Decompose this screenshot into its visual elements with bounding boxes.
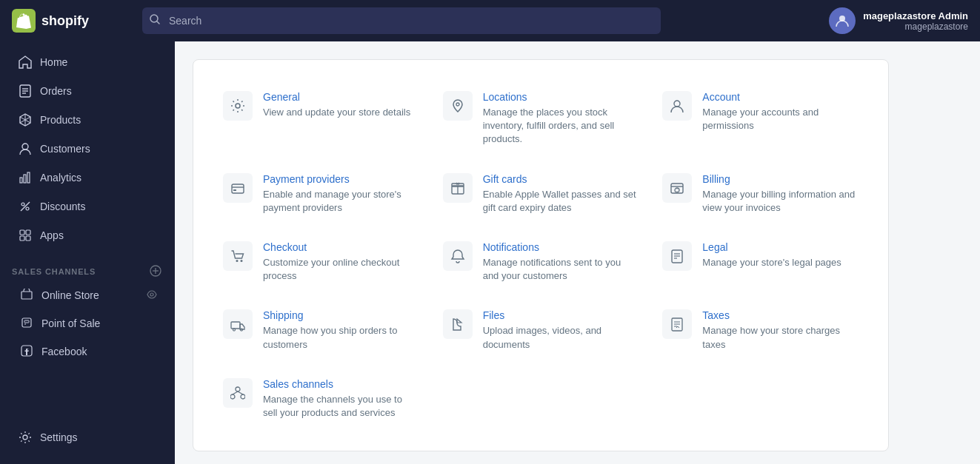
gift-cards-icon	[443, 173, 473, 203]
settings-item-desc-locations: Manage the places you stock inventory, f…	[483, 106, 639, 147]
settings-item-title-account: Account	[702, 91, 859, 103]
settings-item-text-account: AccountManage your accounts and permissi…	[702, 91, 859, 132]
settings-item-text-locations: LocationsManage the places you stock inv…	[483, 91, 639, 147]
settings-item-text-sales-channels: Sales channelsManage the channels you us…	[263, 378, 419, 420]
svg-point-21	[150, 293, 153, 296]
settings-icon	[18, 430, 33, 445]
sidebar-item-analytics[interactable]: Analytics	[6, 164, 169, 192]
locations-icon	[443, 91, 473, 121]
svg-rect-16	[26, 236, 30, 241]
account-icon	[662, 91, 692, 121]
settings-item-text-billing: BillingManage your billing information a…	[702, 173, 859, 215]
settings-item-title-general: General	[263, 91, 410, 103]
sidebar-item-point-of-sale[interactable]: Point of Sale	[6, 310, 169, 337]
sidebar-item-settings[interactable]: Settings	[6, 423, 169, 451]
svg-rect-13	[20, 230, 24, 235]
settings-item-desc-legal: Manage your store's legal pages	[702, 256, 841, 269]
settings-item-text-legal: LegalManage your store's legal pages	[702, 241, 841, 269]
settings-item-text-files: FilesUpload images, videos, and document…	[483, 309, 639, 351]
svg-point-40	[241, 260, 243, 262]
customers-icon	[18, 141, 33, 156]
sidebar: Home Orders	[0, 41, 175, 464]
svg-rect-30	[232, 184, 244, 193]
settings-item-locations[interactable]: LocationsManage the places you stock inv…	[431, 78, 651, 160]
settings-item-text-taxes: TaxesManage how your store charges taxes	[702, 309, 859, 351]
pos-icon	[21, 317, 34, 330]
settings-item-checkout[interactable]: CheckoutCustomize your online checkout p…	[211, 228, 431, 296]
search-input[interactable]	[142, 7, 661, 34]
svg-rect-9	[27, 172, 30, 183]
sidebar-item-orders[interactable]: Orders	[6, 77, 169, 105]
sidebar-item-customers[interactable]: Customers	[6, 135, 169, 163]
svg-point-54	[241, 394, 245, 399]
sidebar-label-online-store: Online Store	[41, 289, 99, 301]
products-icon	[18, 112, 33, 127]
settings-item-desc-checkout: Customize your online checkout process	[263, 256, 419, 283]
settings-item-taxes[interactable]: TaxesManage how your store charges taxes	[650, 296, 870, 364]
analytics-icon	[18, 170, 33, 185]
settings-item-text-general: GeneralView and update your store detail…	[263, 91, 410, 119]
settings-item-notifications[interactable]: NotificationsManage notifications sent t…	[431, 228, 651, 296]
sidebar-item-home[interactable]: Home	[6, 48, 169, 76]
shopify-logo-icon	[12, 9, 36, 33]
eye-icon[interactable]	[147, 289, 157, 302]
general-icon	[223, 91, 253, 121]
settings-item-gift-cards[interactable]: Gift cardsEnable Apple Wallet passes and…	[431, 160, 651, 228]
settings-item-desc-notifications: Manage notifications sent to you and you…	[483, 256, 639, 283]
settings-item-desc-payment-providers: Enable and manage your store's payment p…	[263, 188, 419, 215]
sidebar-label-apps: Apps	[40, 229, 64, 241]
sidebar-item-products[interactable]: Products	[6, 106, 169, 134]
settings-item-general[interactable]: GeneralView and update your store detail…	[211, 78, 431, 160]
svg-rect-45	[231, 322, 240, 329]
sidebar-label-analytics: Analytics	[40, 172, 81, 184]
search-bar[interactable]	[142, 7, 661, 34]
add-sales-channel-icon[interactable]	[150, 265, 163, 278]
settings-item-billing[interactable]: BillingManage your billing information a…	[650, 160, 870, 228]
settings-item-account[interactable]: AccountManage your accounts and permissi…	[650, 78, 870, 160]
settings-item-desc-account: Manage your accounts and permissions	[702, 106, 859, 132]
settings-item-title-payment-providers: Payment providers	[263, 173, 419, 185]
settings-item-desc-gift-cards: Enable Apple Wallet passes and set gift …	[483, 188, 639, 215]
settings-item-title-locations: Locations	[483, 91, 639, 103]
search-icon	[150, 14, 160, 27]
sidebar-label-customers: Customers	[40, 143, 90, 155]
settings-item-text-gift-cards: Gift cardsEnable Apple Wallet passes and…	[483, 173, 639, 215]
svg-rect-14	[26, 230, 30, 235]
svg-point-10	[21, 203, 24, 206]
top-navigation: shopify mageplazastore Admin mageplazast…	[0, 0, 980, 41]
settings-item-desc-billing: Manage your billing information and view…	[702, 188, 859, 215]
sidebar-item-online-store[interactable]: Online Store	[6, 282, 169, 309]
sidebar-label-orders: Orders	[40, 85, 72, 97]
svg-rect-15	[20, 236, 24, 241]
svg-rect-7	[20, 178, 22, 183]
svg-point-52	[236, 387, 240, 391]
main-content: GeneralView and update your store detail…	[175, 41, 980, 464]
settings-item-shipping[interactable]: ShippingManage how you ship orders to cu…	[211, 296, 431, 364]
logo-text: shopify	[41, 13, 89, 29]
settings-item-title-shipping: Shipping	[263, 309, 419, 321]
sales-channels-label: SALES CHANNELS	[12, 267, 96, 276]
svg-line-55	[233, 391, 238, 394]
settings-item-sales-channels[interactable]: Sales channelsManage the channels you us…	[211, 365, 431, 433]
svg-point-26	[23, 435, 27, 440]
payment-providers-icon	[223, 173, 253, 203]
files-icon	[443, 309, 473, 339]
settings-item-title-gift-cards: Gift cards	[483, 173, 639, 185]
user-area: mageplazastore Admin mageplazastore	[829, 7, 968, 34]
sidebar-item-discounts[interactable]: Discounts	[6, 192, 169, 221]
home-icon	[18, 55, 33, 70]
settings-item-title-checkout: Checkout	[263, 241, 419, 253]
settings-item-legal[interactable]: LegalManage your store's legal pages	[650, 228, 870, 296]
sidebar-item-apps[interactable]: Apps	[6, 221, 169, 249]
settings-grid: GeneralView and update your store detail…	[211, 78, 870, 433]
sidebar-item-facebook[interactable]: Facebook	[6, 338, 169, 365]
sidebar-nav: Home Orders	[0, 41, 175, 256]
settings-item-desc-general: View and update your store details	[263, 106, 410, 119]
checkout-icon	[223, 241, 253, 271]
svg-point-38	[675, 188, 679, 192]
settings-item-files[interactable]: FilesUpload images, videos, and document…	[431, 296, 651, 364]
svg-point-28	[456, 103, 459, 106]
sidebar-label-home: Home	[40, 56, 67, 68]
settings-item-payment-providers[interactable]: Payment providersEnable and manage your …	[211, 160, 431, 228]
sales-channels-section: SALES CHANNELS	[0, 256, 175, 281]
